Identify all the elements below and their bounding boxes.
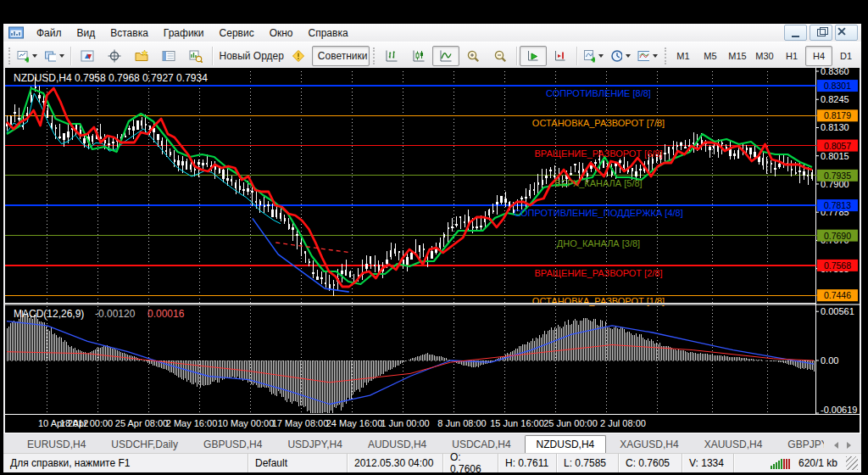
bar-chart-button[interactable]: [378, 46, 405, 66]
resize-grip[interactable]: [846, 456, 858, 470]
metaeditor-icon: [292, 49, 305, 63]
dropdown-caret: [59, 54, 64, 58]
toolbar-separator: [70, 47, 71, 65]
svg-text:0.8245: 0.8245: [821, 94, 849, 104]
svg-text:0.00: 0.00: [821, 355, 838, 366]
chart-window-controls: [784, 25, 858, 41]
profiles-icon: [44, 49, 56, 63]
menu-view[interactable]: Вид: [70, 25, 103, 41]
tab-usdjpy[interactable]: USDJPY,H4: [275, 435, 353, 454]
status-profile[interactable]: Default: [248, 454, 348, 472]
svg-text:NZDUSD,H4 0.7958 0.7968 0.792: NZDUSD,H4 0.7958 0.7968 0.7927 0.7934: [14, 72, 208, 84]
candlestick-icon: [412, 49, 426, 63]
chart-area[interactable]: СОПРОТИВЛЕНИЕ [8/8]ОСТАНОВКА_РАЗВОРОТ [7…: [5, 68, 860, 433]
restore-button[interactable]: [810, 25, 832, 41]
dropdown-caret: [598, 54, 604, 58]
tab-usdchf[interactable]: USDCHF,Daily: [99, 435, 190, 454]
chart-shift-button[interactable]: [547, 46, 574, 66]
new-order-button[interactable]: Новый Ордер: [215, 46, 285, 66]
chart-canvas[interactable]: СОПРОТИВЛЕНИЕ [8/8]ОСТАНОВКА_РАЗВОРОТ [7…: [5, 68, 860, 433]
menu-charts[interactable]: Графики: [156, 25, 212, 41]
timeframe-m15[interactable]: M15: [724, 46, 751, 66]
svg-text:ВРАЩЕНИЕ_РАЗВОРОТ [2/8]: ВРАЩЕНИЕ_РАЗВОРОТ [2/8]: [534, 268, 662, 278]
navigator-icon: [135, 49, 148, 63]
new-chart-icon: [17, 49, 29, 63]
svg-text:СОПРОТИВЛЕНИЕ_ПОДДЕРЖКА [4/8]: СОПРОТИВЛЕНИЕ_ПОДДЕРЖКА [4/8]: [514, 208, 683, 218]
tab-scroll-right-icon[interactable]: [847, 442, 851, 449]
bar-chart-icon: [385, 49, 398, 63]
tab-gbpusd[interactable]: GBPUSD,H4: [192, 435, 274, 454]
toolbar-grip[interactable]: [665, 48, 666, 64]
terminal-button[interactable]: [155, 46, 182, 66]
dropdown-caret: [653, 54, 658, 58]
close-button[interactable]: [835, 25, 858, 41]
chart-shift-icon: [554, 49, 567, 63]
tab-scroll-left-icon[interactable]: [834, 442, 838, 449]
profiles-button[interactable]: [41, 46, 68, 66]
templates-button[interactable]: [634, 46, 661, 66]
timeframe-h1[interactable]: H1: [778, 46, 805, 66]
periods-button[interactable]: [607, 46, 634, 66]
tab-gbpjpy[interactable]: GBPJPY,H4: [776, 435, 824, 454]
experts-button[interactable]: Советники: [312, 46, 370, 66]
mt4-window: Файл Вид Вставка Графики Сервис Окно Спр…: [3, 24, 861, 472]
svg-text:0.7446: 0.7446: [824, 290, 851, 300]
timeframe-m5[interactable]: M5: [697, 46, 724, 66]
timeframe-m30[interactable]: M30: [751, 46, 778, 66]
menu-tools[interactable]: Сервис: [212, 25, 262, 41]
toolbar-grip[interactable]: [373, 48, 375, 64]
periods-icon: [610, 49, 622, 63]
timeframe-m1[interactable]: M1: [670, 46, 697, 66]
metaeditor-button[interactable]: [285, 46, 312, 66]
app-icon: [8, 26, 24, 39]
status-traffic: 620/1 kb: [798, 457, 837, 469]
strategy-tester-button[interactable]: [182, 46, 209, 66]
timeframe-d1[interactable]: D1: [832, 46, 860, 66]
svg-text:ВРАЩЕНИЕ_РАЗВОРОТ [6/8]: ВРАЩЕНИЕ_РАЗВОРОТ [6/8]: [534, 148, 662, 159]
zoom-in-button[interactable]: [459, 46, 487, 66]
tab-audusd[interactable]: AUDUSD,H4: [356, 435, 438, 454]
svg-text:0.00016: 0.00016: [147, 308, 185, 320]
svg-text:24 May 16:00: 24 May 16:00: [326, 418, 383, 428]
minimize-button[interactable]: [784, 25, 807, 41]
dropdown-caret: [626, 54, 631, 58]
data-window-button[interactable]: [101, 46, 128, 66]
menu-insert[interactable]: Вставка: [103, 25, 156, 41]
toolbar: Новый Ордер Советники: [3, 42, 861, 70]
candlestick-button[interactable]: [405, 46, 432, 66]
new-chart-button[interactable]: [14, 46, 41, 66]
date-axis[interactable]: 10 Apr 201218 Apr 00:0025 Apr 08:002 May…: [38, 418, 646, 428]
tab-xagusd[interactable]: XAGUSD,H4: [608, 435, 690, 454]
market-watch-button[interactable]: [74, 46, 101, 66]
timeframe-h4[interactable]: H4: [805, 46, 832, 66]
toolbar-separator: [212, 47, 213, 65]
experts-label: Советники: [318, 50, 368, 62]
status-low: L: 0.7585: [557, 454, 619, 472]
tab-xauusd[interactable]: XAUUSD,H4: [693, 435, 775, 454]
menu-window[interactable]: Окно: [262, 25, 301, 41]
zoom-out-icon: [493, 49, 507, 63]
symbol-tabs: EURUSD,H4 USDCHF,Daily GBPUSD,H4 USDJPY,…: [3, 435, 824, 454]
svg-text:0.8130: 0.8130: [821, 122, 849, 132]
tab-eurusd[interactable]: EURUSD,H4: [15, 435, 97, 454]
line-chart-button[interactable]: [432, 46, 459, 66]
svg-text:0.7813: 0.7813: [824, 200, 851, 210]
menu-file[interactable]: Файл: [29, 25, 70, 41]
tab-nzdusd[interactable]: NZDUSD,H4: [525, 435, 607, 454]
svg-text:2 Jul 08:00: 2 Jul 08:00: [600, 418, 646, 428]
svg-text:1 Jun 00:00: 1 Jun 00:00: [381, 418, 430, 428]
svg-text:25 Jun 00:00: 25 Jun 00:00: [543, 418, 598, 428]
toolbar-grip[interactable]: [8, 48, 10, 64]
auto-scroll-button[interactable]: [520, 46, 547, 66]
svg-text:18 Apr 00:00: 18 Apr 00:00: [60, 418, 113, 428]
status-volume: V: 1334: [682, 454, 734, 472]
menu-help[interactable]: Справка: [301, 25, 356, 41]
svg-text:2 May 16:00: 2 May 16:00: [166, 418, 218, 428]
status-help: Для справки, нажмите F1: [3, 454, 248, 472]
navigator-button[interactable]: [128, 46, 155, 66]
indicators-button[interactable]: [580, 46, 607, 66]
status-close: C: 0.7605: [619, 454, 682, 472]
zoom-out-button[interactable]: [487, 46, 514, 66]
status-bar: Для справки, нажмите F1 Default 2012.05.…: [3, 453, 861, 472]
svg-text:10 May 00:00: 10 May 00:00: [218, 418, 275, 428]
